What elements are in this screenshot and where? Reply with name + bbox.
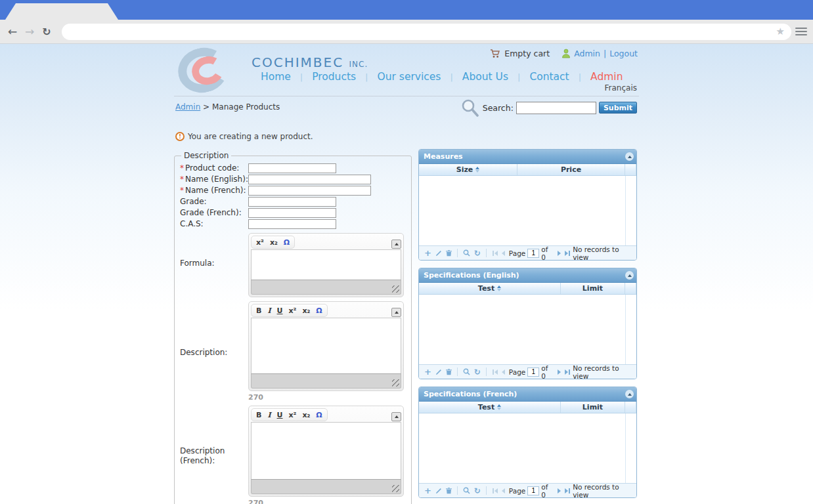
grid-body-empty bbox=[419, 413, 636, 483]
forward-icon[interactable]: → bbox=[21, 25, 38, 38]
add-row-button[interactable]: + bbox=[424, 367, 431, 377]
grade-label: Grade: bbox=[180, 196, 248, 207]
superscript-button[interactable]: x² bbox=[288, 411, 296, 419]
formula-editor-content[interactable] bbox=[251, 249, 401, 280]
collapse-panel-icon[interactable] bbox=[625, 271, 634, 280]
resize-handle-icon[interactable] bbox=[392, 379, 399, 387]
delete-row-button[interactable] bbox=[446, 488, 452, 494]
special-char-button[interactable]: Ω bbox=[284, 238, 290, 247]
first-page-button[interactable] bbox=[492, 251, 498, 256]
resize-handle-icon[interactable] bbox=[392, 285, 399, 293]
search-rows-button[interactable] bbox=[463, 368, 470, 375]
prev-page-button[interactable] bbox=[502, 251, 505, 256]
column-header-limit[interactable]: Limit bbox=[561, 402, 625, 413]
italic-button[interactable]: I bbox=[267, 411, 271, 419]
name-french-label: Name (French): bbox=[185, 186, 246, 195]
underline-button[interactable]: U bbox=[277, 411, 283, 419]
next-page-button[interactable] bbox=[558, 369, 561, 375]
name-english-input[interactable] bbox=[248, 175, 371, 184]
submit-button[interactable]: Submit bbox=[599, 102, 637, 114]
edit-row-button[interactable] bbox=[435, 369, 442, 375]
reload-icon[interactable]: ↻ bbox=[38, 26, 55, 38]
scroll-up-icon[interactable] bbox=[391, 308, 401, 317]
grade-input[interactable] bbox=[248, 197, 336, 207]
nav-admin[interactable]: Admin bbox=[581, 71, 632, 83]
form-row-description-french: Description (French): B I U x² x₂ Ω bbox=[180, 406, 406, 497]
scroll-up-icon[interactable] bbox=[391, 412, 401, 421]
column-header-price[interactable]: Price bbox=[517, 164, 625, 175]
column-header-size[interactable]: Size bbox=[419, 164, 517, 175]
nav-home[interactable]: Home bbox=[252, 71, 300, 83]
page-number-input[interactable] bbox=[527, 249, 539, 258]
next-page-button[interactable] bbox=[558, 251, 561, 256]
column-header-test[interactable]: Test bbox=[419, 402, 561, 413]
company-logo[interactable] bbox=[175, 47, 248, 90]
subscript-button[interactable]: x₂ bbox=[302, 306, 310, 315]
last-page-button[interactable] bbox=[565, 251, 571, 256]
breadcrumb-admin-link[interactable]: Admin bbox=[175, 102, 200, 112]
address-bar[interactable]: ★ bbox=[62, 24, 791, 40]
nav-products[interactable]: Products bbox=[303, 71, 365, 83]
column-header-limit[interactable]: Limit bbox=[561, 283, 625, 294]
scroll-up-icon[interactable] bbox=[391, 240, 401, 249]
description-french-editor-statusbar bbox=[251, 479, 401, 494]
superscript-button[interactable]: x² bbox=[256, 238, 264, 247]
hamburger-menu-icon[interactable] bbox=[795, 26, 807, 37]
last-page-button[interactable] bbox=[565, 488, 571, 494]
description-french-editor-content[interactable] bbox=[251, 422, 401, 479]
grade-french-input[interactable] bbox=[248, 208, 336, 218]
reload-grid-button[interactable]: ↻ bbox=[474, 249, 481, 258]
search-rows-button[interactable] bbox=[463, 487, 470, 494]
nav-our-services[interactable]: Our services bbox=[368, 71, 450, 83]
description-editor-content[interactable] bbox=[251, 318, 401, 373]
add-row-button[interactable]: + bbox=[424, 486, 431, 495]
logout-link[interactable]: Logout bbox=[609, 49, 638, 58]
search-input[interactable] bbox=[516, 102, 596, 114]
special-char-button[interactable]: Ω bbox=[316, 411, 322, 419]
user-icon bbox=[561, 49, 571, 58]
column-header-test[interactable]: Test bbox=[419, 283, 561, 294]
delete-row-button[interactable] bbox=[446, 250, 452, 257]
empty-cart-link[interactable]: Empty cart bbox=[504, 49, 550, 58]
edit-row-button[interactable] bbox=[435, 488, 442, 494]
subscript-button[interactable]: x₂ bbox=[302, 411, 310, 419]
bookmark-star-icon[interactable]: ★ bbox=[776, 26, 785, 37]
underline-button[interactable]: U bbox=[277, 306, 283, 315]
subscript-button[interactable]: x₂ bbox=[270, 238, 278, 247]
form-row-grade-french: Grade (French): bbox=[180, 207, 406, 218]
reload-grid-button[interactable]: ↻ bbox=[474, 368, 481, 377]
add-row-button[interactable]: + bbox=[424, 248, 431, 258]
name-french-input[interactable] bbox=[248, 186, 371, 196]
nav-contact[interactable]: Contact bbox=[520, 71, 578, 83]
next-page-button[interactable] bbox=[558, 488, 561, 494]
page-label: Page bbox=[509, 487, 525, 495]
prev-page-button[interactable] bbox=[502, 369, 505, 375]
last-page-button[interactable] bbox=[565, 369, 571, 375]
sort-icon bbox=[475, 167, 479, 173]
superscript-button[interactable]: x² bbox=[288, 306, 296, 315]
page-number-input[interactable] bbox=[527, 368, 539, 377]
first-page-button[interactable] bbox=[492, 369, 498, 375]
special-char-button[interactable]: Ω bbox=[316, 306, 322, 315]
resize-handle-icon[interactable] bbox=[392, 485, 399, 492]
nav-about-us[interactable]: About Us bbox=[453, 71, 517, 83]
cas-input[interactable] bbox=[248, 219, 336, 229]
bold-button[interactable]: B bbox=[256, 411, 261, 419]
admin-account-link[interactable]: Admin bbox=[574, 49, 600, 58]
collapse-panel-icon[interactable] bbox=[625, 390, 634, 398]
browser-tab[interactable] bbox=[5, 3, 118, 20]
grid-body-empty bbox=[419, 176, 636, 245]
bold-button[interactable]: B bbox=[256, 306, 261, 315]
language-link[interactable]: Français bbox=[605, 83, 637, 93]
page-number-input[interactable] bbox=[527, 486, 539, 495]
first-page-button[interactable] bbox=[492, 488, 498, 494]
italic-button[interactable]: I bbox=[267, 306, 271, 315]
collapse-panel-icon[interactable] bbox=[625, 152, 634, 161]
search-rows-button[interactable] bbox=[463, 249, 470, 257]
edit-row-button[interactable] bbox=[435, 250, 442, 257]
back-icon[interactable]: ← bbox=[4, 25, 21, 38]
delete-row-button[interactable] bbox=[446, 369, 452, 375]
product-code-input[interactable] bbox=[248, 163, 336, 173]
prev-page-button[interactable] bbox=[502, 488, 505, 494]
reload-grid-button[interactable]: ↻ bbox=[474, 486, 481, 495]
